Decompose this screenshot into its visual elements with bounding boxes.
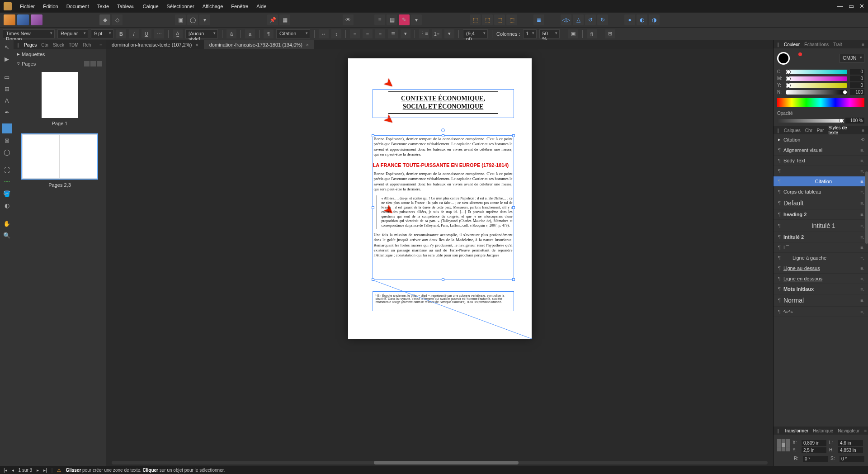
char-panel-icon[interactable]: a <box>245 29 255 38</box>
tab-stock[interactable]: Stock <box>53 43 64 47</box>
boolean-add-icon[interactable]: ● <box>624 14 635 25</box>
black-slider[interactable] <box>786 90 847 95</box>
para-style-icon[interactable]: ¶ <box>264 29 274 38</box>
style-breadcrumb[interactable]: ▸Citation ⟲ <box>774 134 868 145</box>
resize-handle[interactable] <box>372 278 374 281</box>
persona-publisher-icon[interactable] <box>4 14 15 25</box>
preview-icon[interactable]: 👁 <box>343 14 354 25</box>
mask-icon[interactable]: ◯ <box>187 14 198 25</box>
resize-handle[interactable] <box>442 134 444 137</box>
list-number-icon[interactable]: 1≡ <box>432 29 442 38</box>
node-tool-icon[interactable]: ▶ <box>2 54 12 64</box>
magenta-slider[interactable] <box>786 76 847 81</box>
para-style-dropdown[interactable]: Citation <box>276 29 310 38</box>
transform-r[interactable]: 0 ° <box>803 456 828 462</box>
menu-selectionner[interactable]: Sélectionner <box>167 4 194 9</box>
list-bullet-icon[interactable]: ⋮≡ <box>419 29 429 38</box>
menu-texte[interactable]: Texte <box>97 4 109 9</box>
arrange-forward-icon[interactable]: ⬚ <box>482 14 493 25</box>
table-tool-icon[interactable]: ⊞ <box>2 84 12 94</box>
doc-tab-1[interactable]: domination-francaise-texte (107,2%)× <box>106 40 204 49</box>
pages-row[interactable]: ▿Pages <box>14 59 106 68</box>
rotate-ccw-icon[interactable]: ↺ <box>585 14 596 25</box>
clip-icon[interactable]: ▣ <box>175 14 186 25</box>
ligature-icon[interactable]: fi <box>587 29 597 38</box>
tab-trait[interactable]: Trait <box>833 42 842 47</box>
artistic-text-tool-icon[interactable]: A <box>2 95 12 105</box>
opacity-slider[interactable] <box>777 119 844 123</box>
tab-calques[interactable]: Calques <box>784 128 801 133</box>
ellipse-tool-icon[interactable]: ◯ <box>2 147 12 157</box>
align-left-icon[interactable]: ≡ <box>350 29 360 38</box>
nav-last-icon[interactable]: ▸| <box>43 468 47 473</box>
preset-icon[interactable] <box>84 61 90 66</box>
boolean-sub-icon[interactable]: ◐ <box>637 14 647 25</box>
resize-handle[interactable] <box>512 278 515 281</box>
preflight-status-icon[interactable]: ⚠ <box>57 468 61 473</box>
tab-par[interactable]: Par <box>817 128 824 133</box>
columns-input[interactable]: 1 <box>523 29 537 38</box>
cyan-value[interactable]: 0 <box>850 69 864 75</box>
magnet-icon[interactable]: ◇ <box>112 14 123 25</box>
vector-brush-tool-icon[interactable]: 〰 <box>2 177 12 187</box>
cyan-slider[interactable] <box>786 70 847 74</box>
resize-handle[interactable] <box>442 278 444 281</box>
text-style-item[interactable]: ¶Ligne à gauche≡. <box>774 253 868 263</box>
text-style-item[interactable]: ¶Citation≡. <box>774 176 868 187</box>
spectrum-picker[interactable] <box>777 98 864 107</box>
boolean-int-icon[interactable]: ◑ <box>649 14 660 25</box>
leading-dropdown[interactable]: (9,4 pt) <box>463 29 488 38</box>
text-style-item[interactable]: ¶Alignement visuel≡. <box>774 145 868 156</box>
anchor-icon[interactable]: ▦ <box>279 14 290 25</box>
menu-tableau[interactable]: Tableau <box>117 4 135 9</box>
rotate-cw-icon[interactable]: ↻ <box>597 14 608 25</box>
tab-transformer[interactable]: Transformer <box>784 428 808 433</box>
text-style-item[interactable]: ¶Intitulé 1≡. <box>774 220 868 232</box>
body-text-frame[interactable]: Bonne-Espérance), dernier rempart de la … <box>373 135 514 280</box>
align-center-icon[interactable]: ≡ <box>363 29 373 38</box>
footnote-frame[interactable]: ¹ En Égypte ancienne, le pilier « djed »… <box>373 291 514 311</box>
close-icon[interactable]: × <box>195 42 198 47</box>
italic-button[interactable]: I <box>129 29 139 38</box>
window-minimize-icon[interactable]: — <box>837 3 843 9</box>
menu-edition[interactable]: Édition <box>43 4 58 9</box>
transform-h[interactable]: 4,853 in <box>838 447 863 453</box>
title-text-frame[interactable]: CONTEXTE ÉCONOMIQUE, SOCIAL ET ÉCONOMIQU… <box>373 89 514 118</box>
text-options-icon[interactable]: ⋯ <box>154 29 164 38</box>
menu-affichage[interactable]: Affichage <box>203 4 223 9</box>
tab-styles-texte[interactable]: Styles de texte <box>828 125 857 135</box>
arrange-back-icon[interactable]: ⬚ <box>506 14 517 25</box>
color-well-icon[interactable] <box>777 52 790 65</box>
resize-handle[interactable] <box>512 134 515 137</box>
frame-rect-tool-icon[interactable]: ▭ <box>2 72 12 82</box>
preset-icon[interactable] <box>97 61 102 66</box>
window-maximize-icon[interactable]: ▭ <box>849 3 854 9</box>
maquettes-row[interactable]: ▸Maquettes <box>14 49 106 59</box>
vertical-icon[interactable]: ↕ <box>331 29 341 38</box>
zoom-tool-icon[interactable]: 🔍 <box>2 230 12 240</box>
snap-icon[interactable]: ◆ <box>99 14 110 25</box>
text-style-item[interactable]: ¶ᴬa ᴬs≡. <box>774 307 868 317</box>
tab-echantillons[interactable]: Échantillons <box>804 42 829 47</box>
tab-ctn[interactable]: Ctn <box>41 43 48 47</box>
baseline-grid-icon[interactable]: ≡ <box>374 14 385 25</box>
pages-2-3-thumbnail[interactable] <box>21 133 98 180</box>
transform-y[interactable]: 2,5 in <box>802 447 826 453</box>
preset-icon[interactable] <box>90 61 96 66</box>
typography-icon[interactable]: ā <box>226 29 236 38</box>
text-style-item[interactable]: ¶Body Text≡. <box>774 156 868 166</box>
font-weight-dropdown[interactable]: Regular <box>57 29 88 38</box>
black-value[interactable]: 100 <box>850 89 864 95</box>
zoom-dropdown[interactable]: 50 % <box>539 29 560 38</box>
opacity-value[interactable]: 100 % <box>845 118 864 123</box>
fill-tool-icon[interactable]: 🪣 <box>2 189 12 199</box>
nav-first-icon[interactable]: |◂ <box>4 468 7 473</box>
char-style-icon[interactable]: A̲ <box>173 29 183 38</box>
nav-prev-icon[interactable]: ◂ <box>12 468 14 473</box>
anchor-grid[interactable] <box>777 439 790 451</box>
transform-w[interactable]: 4,6 in <box>838 440 863 446</box>
move-tool-icon[interactable]: ↖ <box>2 42 12 52</box>
arrange-front-icon[interactable]: ⬚ <box>470 14 481 25</box>
text-style-item[interactable]: ¶Ligne en dessous≡. <box>774 274 868 284</box>
doc-tab-2[interactable]: domination-francaise-1792-1801 (134,0%)× <box>204 40 315 49</box>
